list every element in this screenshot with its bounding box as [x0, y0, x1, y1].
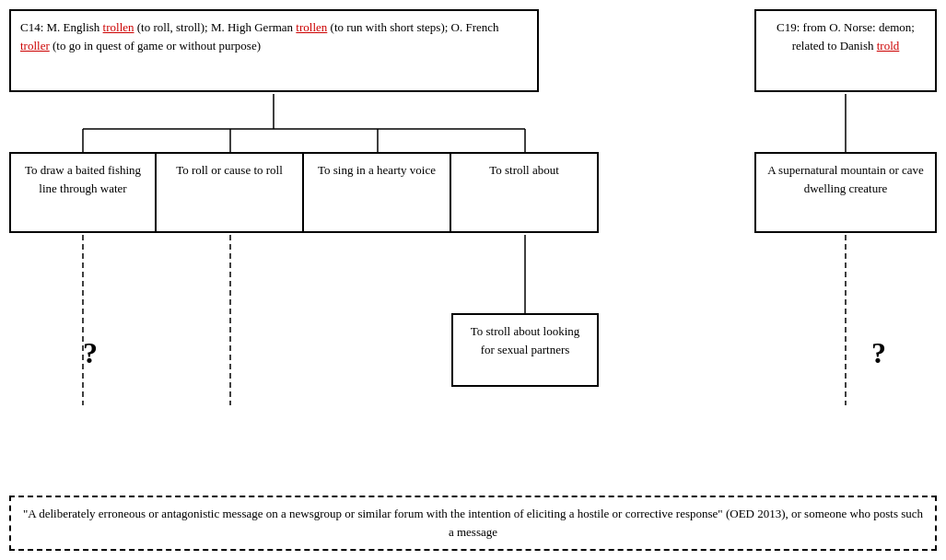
sub-meaning-box: To stroll about looking for sexual partn…	[451, 313, 599, 387]
bottom-definition-text: "A deliberately erroneous or antagonisti…	[23, 507, 923, 539]
left-etymology-box: C14: M. English trollen (to roll, stroll…	[9, 9, 539, 92]
meaning-fishing-text: To draw a baited fishing line through wa…	[25, 163, 141, 195]
meaning-sing-box: To sing in a hearty voice	[304, 152, 451, 233]
meaning-stroll-text: To stroll about	[489, 163, 559, 177]
sub-meaning-text: To stroll about looking for sexual partn…	[471, 324, 580, 356]
bottom-definition-box: "A deliberately erroneous or antagonisti…	[9, 496, 937, 551]
right-etymology-box: C19: from O. Norse: demon; related to Da…	[754, 9, 937, 92]
text-after-trollen1: (to roll, stroll); M. High German	[134, 20, 297, 34]
question-mark-left: ?	[83, 336, 98, 370]
meaning-roll-box: To roll or cause to roll	[157, 152, 304, 233]
trollen2-word: trollen	[296, 20, 327, 34]
diagram-layout: C14: M. English trollen (to roll, stroll…	[9, 9, 937, 551]
c14-label: C14: M. English	[20, 20, 103, 34]
meaning-creature-box: A supernatural mountain or cave dwelling…	[754, 152, 937, 233]
text-after-trollen2: (to run with short steps); O. French	[327, 20, 498, 34]
meaning-creature-text: A supernatural mountain or cave dwelling…	[767, 163, 924, 195]
meaning-sing-text: To sing in a hearty voice	[318, 163, 436, 177]
question-mark-right: ?	[871, 336, 886, 370]
trollen1-word: trollen	[103, 20, 134, 34]
meaning-fishing-box: To draw a baited fishing line through wa…	[9, 152, 157, 233]
meaning-roll-text: To roll or cause to roll	[176, 163, 283, 177]
text-after-troller: (to go in quest of game or without purpo…	[50, 39, 261, 52]
trold-word: trold	[877, 39, 900, 52]
troller-word: troller	[20, 39, 50, 52]
meaning-stroll-box: To stroll about	[451, 152, 599, 233]
